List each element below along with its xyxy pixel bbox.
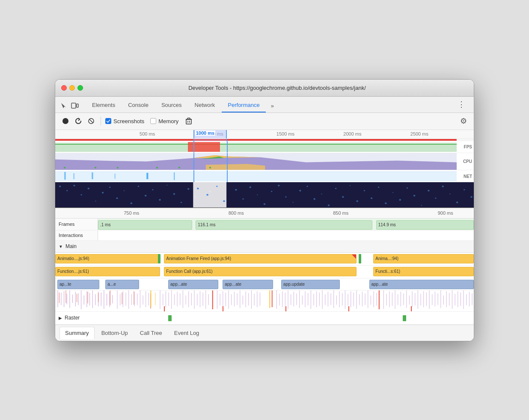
tab-event-log[interactable]: Event Log xyxy=(169,327,205,339)
detail-time-800: 800 ms xyxy=(229,210,244,216)
tab-performance[interactable]: Performance xyxy=(222,98,265,112)
fps-row: FPS xyxy=(55,141,474,153)
devtools-window: Developer Tools - https://googlechrome.g… xyxy=(55,79,474,341)
svg-point-61 xyxy=(321,193,322,194)
svg-point-46 xyxy=(206,194,208,195)
tab-console[interactable]: Console xyxy=(122,98,155,112)
svg-rect-91 xyxy=(81,290,81,309)
animation-block-2[interactable]: Animation Frame Fired (app.js:94) xyxy=(164,254,357,263)
svg-rect-125 xyxy=(155,292,155,305)
raster-row[interactable]: ▶ Raster xyxy=(55,312,474,325)
minimize-button[interactable] xyxy=(69,85,75,91)
tab-summary[interactable]: Summary xyxy=(59,327,95,339)
app-update-2[interactable]: a...e xyxy=(105,280,139,289)
svg-rect-207 xyxy=(404,293,404,305)
svg-point-62 xyxy=(328,204,330,206)
maximize-button[interactable] xyxy=(77,85,83,91)
main-section-arrow: ▼ xyxy=(59,244,63,249)
tab-elements[interactable]: Elements xyxy=(86,98,121,112)
animation-block-1[interactable]: Animatio....js:94) xyxy=(55,254,160,263)
svg-rect-162 xyxy=(272,290,273,307)
close-button[interactable] xyxy=(61,85,67,91)
svg-rect-192 xyxy=(359,294,360,305)
function-block-2[interactable]: Function Call (app.js:61) xyxy=(164,267,357,276)
svg-rect-136 xyxy=(188,291,189,307)
animation-block-3[interactable]: Anima...:94) xyxy=(373,254,474,263)
svg-point-71 xyxy=(392,192,393,193)
record-button[interactable] xyxy=(60,116,71,126)
detail-time-ruler: 750 ms 800 ms 850 ms 900 ms xyxy=(55,208,474,219)
svg-point-31 xyxy=(131,202,132,204)
svg-rect-218 xyxy=(435,291,435,306)
svg-rect-98 xyxy=(101,292,101,305)
screenshots-checkbox[interactable]: Screenshots xyxy=(105,118,144,124)
svg-point-59 xyxy=(306,186,308,187)
svg-rect-199 xyxy=(379,290,380,309)
frame-block-1[interactable]: .1 ms xyxy=(98,220,192,230)
svg-rect-190 xyxy=(354,292,354,305)
svg-rect-216 xyxy=(429,290,430,309)
app-update-4[interactable]: app...ate xyxy=(223,280,273,289)
function-block-3[interactable]: Functi...s:61) xyxy=(373,267,474,276)
svg-point-76 xyxy=(428,189,429,191)
memory-label: Memory xyxy=(158,118,178,124)
main-content: 750 ms 800 ms 850 ms 900 ms Frames .1 ms… xyxy=(55,208,474,341)
svg-rect-103 xyxy=(59,292,59,303)
svg-rect-186 xyxy=(342,293,342,305)
svg-rect-188 xyxy=(348,293,348,305)
svg-rect-102 xyxy=(112,295,113,303)
tab-sources[interactable]: Sources xyxy=(155,98,188,112)
svg-rect-227 xyxy=(461,292,461,305)
tab-network[interactable]: Network xyxy=(189,98,221,112)
svg-rect-180 xyxy=(325,294,325,305)
frame-block-3[interactable]: 114.9 ms xyxy=(376,220,474,230)
frames-label: Frames xyxy=(55,219,98,230)
svg-point-22 xyxy=(66,190,68,191)
memory-checkbox[interactable]: Memory xyxy=(150,118,178,124)
svg-rect-132 xyxy=(177,291,178,306)
tab-call-tree[interactable]: Call Tree xyxy=(135,327,167,339)
svg-point-70 xyxy=(385,202,386,204)
app-update-3[interactable]: app...ate xyxy=(168,280,218,289)
trash-icon[interactable] xyxy=(184,116,194,126)
tab-menu-icon[interactable]: ⋮ xyxy=(453,96,470,112)
settings-icon[interactable]: ⚙ xyxy=(458,116,469,126)
svg-rect-143 xyxy=(208,294,209,305)
svg-rect-225 xyxy=(455,293,455,305)
interactions-label: Interactions xyxy=(55,231,98,240)
svg-rect-220 xyxy=(440,290,441,308)
function-block-1[interactable]: Function....js:61) xyxy=(55,267,160,276)
detail-time-850: 850 ms xyxy=(333,210,348,216)
device-icon[interactable] xyxy=(71,101,79,110)
tab-bottom-up[interactable]: Bottom-Up xyxy=(96,327,133,339)
raster-arrow-icon: ▶ xyxy=(59,316,62,320)
controls-bar: Screenshots Memory ⚙ xyxy=(55,113,474,130)
svg-point-63 xyxy=(335,188,336,189)
svg-rect-157 xyxy=(251,290,252,309)
frames-content[interactable]: .1 ms 116.1 ms 114.9 ms xyxy=(98,219,474,230)
svg-point-58 xyxy=(299,189,301,191)
app-update-6[interactable]: app...ate xyxy=(369,280,474,289)
svg-rect-16 xyxy=(92,172,93,179)
main-section-header[interactable]: ▼ Main xyxy=(55,241,474,253)
cursor-icon[interactable] xyxy=(59,101,68,110)
svg-rect-137 xyxy=(191,293,192,305)
refresh-button[interactable] xyxy=(73,116,83,126)
net-label: NET xyxy=(464,174,472,178)
app-update-5[interactable]: app.update xyxy=(281,280,340,289)
time-selection[interactable]: 1000 ms xyxy=(193,130,227,138)
svg-rect-145 xyxy=(217,290,217,309)
frames-row: Frames .1 ms 116.1 ms 114.9 ms xyxy=(55,219,474,231)
green-pip-2 xyxy=(359,254,361,263)
frame-block-2[interactable]: 116.1 ms xyxy=(196,220,372,230)
svg-rect-89 xyxy=(75,291,76,306)
clear-button[interactable] xyxy=(86,116,96,126)
fps-label: FPS xyxy=(464,145,472,149)
svg-point-36 xyxy=(166,184,167,185)
svg-rect-215 xyxy=(426,292,427,305)
svg-point-47 xyxy=(216,186,217,187)
svg-rect-212 xyxy=(418,290,418,309)
app-update-1[interactable]: ap...te xyxy=(57,280,99,289)
tab-more[interactable]: » xyxy=(267,99,278,112)
svg-rect-208 xyxy=(406,290,407,308)
